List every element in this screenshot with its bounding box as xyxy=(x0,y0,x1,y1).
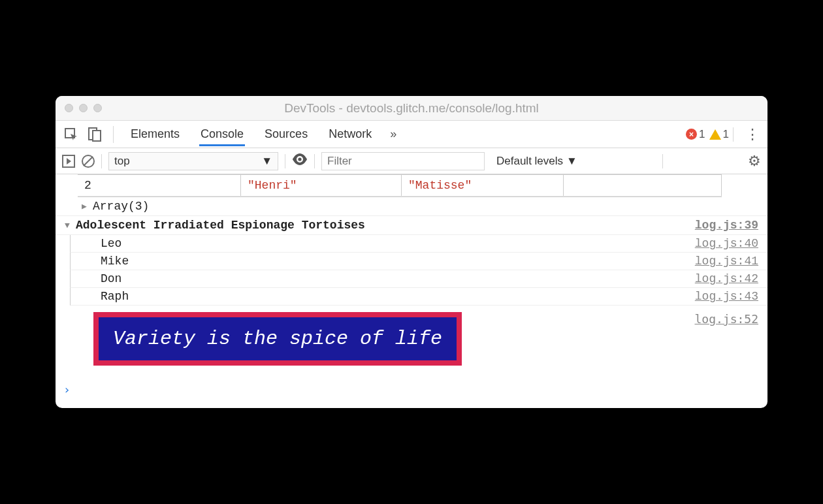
chevron-down-icon: ▼ xyxy=(261,155,272,168)
table-row[interactable]: 2 "Henri" "Matisse" xyxy=(78,174,722,197)
console-group-header[interactable]: ▼ Adolescent Irradiated Espionage Tortoi… xyxy=(56,216,767,235)
error-count: 1 xyxy=(699,128,705,141)
device-toolbar-icon[interactable] xyxy=(86,125,104,144)
console-group-children: Leo log.js:40 Mike log.js:41 Don log.js:… xyxy=(56,235,767,306)
log-text: Raph xyxy=(101,290,129,303)
settings-gear-icon[interactable]: ⚙ xyxy=(748,153,761,170)
divider xyxy=(314,154,315,168)
tab-sources[interactable]: Sources xyxy=(263,122,309,146)
warning-count: 1 xyxy=(723,128,729,141)
error-badge[interactable]: × 1 xyxy=(686,128,705,141)
log-levels-selector[interactable]: Default levels ▼ xyxy=(496,155,577,168)
log-text: Mike xyxy=(101,255,129,268)
log-text: Don xyxy=(101,272,121,285)
tab-network[interactable]: Network xyxy=(327,122,373,146)
chevron-down-icon: ▼ xyxy=(566,155,577,168)
source-link[interactable]: log.js:52 xyxy=(694,312,758,326)
titlebar: DevTools - devtools.glitch.me/console/lo… xyxy=(56,96,767,121)
divider xyxy=(101,154,102,168)
console-prompt[interactable]: › xyxy=(56,379,767,408)
list-item[interactable]: Don log.js:42 xyxy=(70,270,767,288)
cell-index: 2 xyxy=(78,174,241,196)
window-title: DevTools - devtools.glitch.me/console/lo… xyxy=(56,101,767,116)
divider xyxy=(662,154,663,168)
panel-tabbar: Elements Console Sources Network » × 1 1… xyxy=(56,121,767,148)
array-preview-line[interactable]: ▶ Array(3) xyxy=(56,197,767,216)
toggle-sidebar-icon[interactable] xyxy=(62,155,75,168)
divider xyxy=(733,127,734,142)
kebab-menu-icon[interactable]: ⋮ xyxy=(737,126,761,143)
warning-icon xyxy=(709,129,721,140)
prompt-chevron-icon: › xyxy=(63,383,71,396)
source-link[interactable]: log.js:43 xyxy=(695,290,758,303)
tab-elements[interactable]: Elements xyxy=(129,122,181,146)
source-link[interactable]: log.js:40 xyxy=(695,237,758,250)
source-link[interactable]: log.js:39 xyxy=(695,219,758,232)
tabs: Elements Console Sources Network xyxy=(129,122,373,146)
live-expression-icon[interactable] xyxy=(292,153,308,168)
context-selector[interactable]: top ▼ xyxy=(108,152,278,170)
cell-last: "Matisse" xyxy=(402,174,564,196)
list-item[interactable]: Leo log.js:40 xyxy=(70,235,767,253)
clear-console-icon[interactable] xyxy=(82,155,95,168)
log-text: Leo xyxy=(101,237,121,250)
context-value: top xyxy=(114,155,130,168)
array-preview: Array(3) xyxy=(93,200,149,213)
divider xyxy=(285,154,285,168)
svg-rect-2 xyxy=(93,131,101,141)
cell-empty xyxy=(564,174,722,196)
list-item[interactable]: Raph log.js:43 xyxy=(70,288,767,306)
console-toolbar: top ▼ Default levels ▼ ⚙ xyxy=(56,148,767,174)
source-link[interactable]: log.js:42 xyxy=(695,272,758,285)
inspect-element-icon[interactable] xyxy=(62,125,80,144)
devtools-window: DevTools - devtools.glitch.me/console/lo… xyxy=(56,96,767,408)
levels-label: Default levels xyxy=(496,155,563,168)
more-tabs-icon[interactable]: » xyxy=(390,127,396,141)
divider xyxy=(113,126,114,143)
error-icon: × xyxy=(686,129,697,140)
collapse-arrow-icon[interactable]: ▼ xyxy=(65,221,74,230)
console-table: 2 "Henri" "Matisse" xyxy=(78,174,722,197)
svg-point-4 xyxy=(298,157,301,161)
source-link[interactable]: log.js:41 xyxy=(695,255,758,268)
styled-log-text: Variety is the spice of life xyxy=(93,312,462,366)
tab-console[interactable]: Console xyxy=(199,122,245,146)
cell-first: "Henri" xyxy=(241,174,402,196)
styled-log-line[interactable]: Variety is the spice of life log.js:52 xyxy=(56,306,767,379)
console-body: 2 "Henri" "Matisse" ▶ Array(3) ▼ Adolesc… xyxy=(56,174,767,408)
group-title: Adolescent Irradiated Espionage Tortoise… xyxy=(76,219,365,232)
filter-input[interactable] xyxy=(321,152,485,170)
expand-arrow-icon[interactable]: ▶ xyxy=(82,201,91,212)
list-item[interactable]: Mike log.js:41 xyxy=(70,253,767,270)
warning-badge[interactable]: 1 xyxy=(709,128,729,141)
